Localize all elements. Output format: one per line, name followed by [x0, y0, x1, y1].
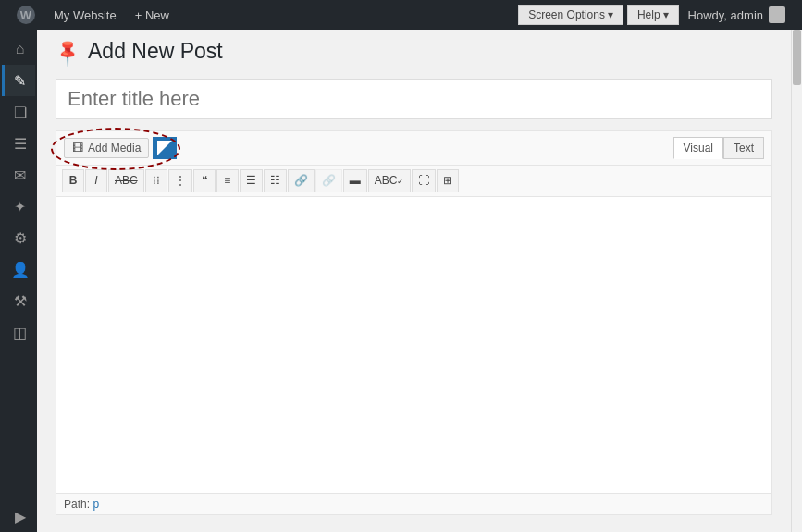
site-name-item[interactable]: My Website — [44, 0, 126, 30]
editor-view-tabs: Visual Text — [673, 137, 764, 159]
editor-toolbar-left: 🎞 Add Media — [64, 137, 177, 159]
blockquote-button[interactable]: ❝ — [193, 169, 216, 192]
adminbar-left: W My Website + New — [7, 0, 179, 30]
spellcheck-button[interactable]: ABC✓ — [368, 169, 412, 192]
wp-logo: W — [17, 6, 35, 24]
align-center-button[interactable]: ☰ — [240, 169, 263, 192]
visual-tab[interactable]: Visual — [673, 137, 723, 159]
scrollbar-track[interactable] — [791, 30, 802, 532]
bold-button[interactable]: B — [62, 169, 84, 192]
wp-wrap: ⌂ ✎ ❏ ☰ ✉ ✦ ⚙ 👤 ⚒ ◫ ▶ 📌 Add New Post — [0, 30, 802, 532]
new-item[interactable]: + New — [126, 0, 179, 30]
strikethrough-button[interactable]: ABC — [108, 169, 144, 192]
page-title-area: 📌 Add New Post — [56, 39, 772, 64]
adminbar-right: Screen Options ▾ Help ▾ Howdy, admin — [518, 0, 795, 30]
page-title: Add New Post — [88, 39, 223, 64]
editor-top-toolbar: 🎞 Add Media Visual Text — [56, 131, 771, 166]
main-content: 📌 Add New Post 🎞 Add Media — [37, 30, 791, 532]
admin-avatar — [769, 6, 785, 23]
sidebar-item-dashboard[interactable]: ⌂ — [2, 33, 35, 65]
howdy-text: Howdy, admin — [688, 8, 763, 22]
flag-button[interactable] — [153, 137, 177, 159]
admin-bar: W My Website + New Screen Options ▾ Help… — [0, 0, 802, 30]
fullscreen-button[interactable]: ⛶ — [412, 169, 436, 192]
new-label: + New — [135, 8, 169, 22]
film-icon: 🎞 — [72, 142, 83, 155]
sidebar-item-appearance[interactable]: ✦ — [2, 191, 35, 222]
sidebar-item-tools[interactable]: ⚒ — [2, 285, 35, 316]
formatting-toolbar: B I ABC ⁞⁞ ⋮ ❝ ≡ ☰ ☷ 🔗 🔗 — [56, 166, 771, 197]
sidebar-item-pages[interactable]: ☰ — [2, 128, 35, 159]
wp-logo-item[interactable]: W — [7, 0, 44, 30]
sidebar-item-comments[interactable]: ✉ — [2, 159, 35, 191]
pushpin-icon: 📌 — [51, 35, 83, 68]
path-p[interactable]: p — [93, 498, 99, 511]
ordered-list-button[interactable]: ⋮ — [168, 169, 192, 192]
italic-button[interactable]: I — [85, 169, 107, 192]
help-button[interactable]: Help ▾ — [627, 5, 679, 25]
howdy-item[interactable]: Howdy, admin — [679, 0, 795, 30]
unordered-list-button[interactable]: ⁞⁞ — [145, 169, 167, 192]
editor-container: 🎞 Add Media Visual Text B I — [56, 130, 772, 515]
dashed-oval-wrapper: 🎞 Add Media — [64, 137, 177, 159]
sidebar-item-settings[interactable]: ◫ — [2, 316, 35, 348]
add-media-label: Add Media — [88, 142, 141, 155]
sidebar-item-users[interactable]: 👤 — [2, 254, 35, 285]
path-bar: Path: p — [56, 493, 771, 514]
sidebar-item-media[interactable]: ❏ — [2, 96, 35, 128]
link-button[interactable]: 🔗 — [288, 169, 315, 192]
sidebar-item-plugins[interactable]: ⚙ — [2, 222, 35, 254]
sidebar-collapse-icon[interactable]: ▶ — [2, 501, 35, 532]
content-inner: 📌 Add New Post 🎞 Add Media — [37, 30, 791, 532]
toolbar-toggle-button[interactable]: ⊞ — [437, 169, 459, 192]
add-media-button[interactable]: 🎞 Add Media — [64, 138, 149, 158]
unlink-button[interactable]: 🔗 — [315, 169, 342, 192]
align-left-button[interactable]: ≡ — [216, 169, 239, 192]
align-right-button[interactable]: ☷ — [264, 169, 287, 192]
insert-more-button[interactable]: ▬ — [343, 169, 367, 192]
post-title-input[interactable] — [56, 79, 772, 119]
admin-menu: ⌂ ✎ ❏ ☰ ✉ ✦ ⚙ 👤 ⚒ ◫ ▶ — [0, 30, 37, 532]
path-label: Path: — [64, 498, 90, 511]
scrollbar-thumb[interactable] — [793, 30, 801, 85]
content-editor[interactable] — [56, 197, 771, 493]
sidebar-item-posts[interactable]: ✎ — [2, 65, 35, 96]
screen-options-button[interactable]: Screen Options ▾ — [518, 5, 623, 25]
text-tab[interactable]: Text — [723, 137, 764, 159]
site-name-label: My Website — [54, 8, 117, 22]
